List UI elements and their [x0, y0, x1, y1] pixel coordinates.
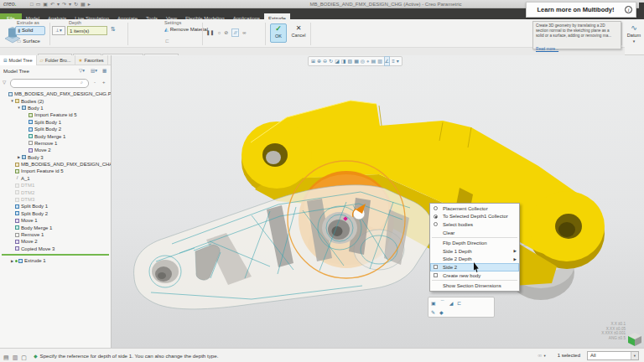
thicken-toggle-icon[interactable]: ⊏: [457, 300, 461, 306]
tree-item-split-body-2[interactable]: Split Body 2: [0, 126, 111, 132]
filter-icon[interactable]: ▽: [3, 80, 6, 85]
tree-item-bodies-2-[interactable]: ▼Bodies (2): [0, 97, 111, 104]
tree-item-dtm3[interactable]: DTM3: [0, 196, 111, 203]
multibody-banner[interactable]: Learn more on Multibody! i: [526, 2, 636, 18]
orientation-cube-icon[interactable]: [627, 332, 642, 347]
tree-item-extrude-1[interactable]: ▶Extrude 1: [0, 257, 111, 264]
datum-display-icon[interactable]: ∠: [384, 56, 390, 66]
save-icon[interactable]: ▣: [43, 1, 48, 8]
more-display-icon[interactable]: ▾: [397, 57, 399, 65]
panel-collapse-button[interactable]: [639, 3, 644, 17]
tree-filter-icon[interactable]: ▽▾: [79, 68, 85, 73]
tree-item-remove-1[interactable]: Remove 1: [0, 140, 111, 147]
tree-columns-icon[interactable]: ▤▾: [91, 68, 97, 73]
info-icon[interactable]: i: [625, 6, 632, 13]
tree-item-mb-bodies-and-fmx-design-chg-prt[interactable]: MB_BODIES_AND_FMX_DESIGN_CHG.PRT: [0, 90, 111, 97]
read-more-link[interactable]: Read more...: [536, 47, 558, 51]
new-file-icon[interactable]: □: [30, 1, 34, 8]
depth-type-dropdown[interactable]: ⊥▾: [52, 26, 65, 35]
view-manager-icon[interactable]: ▥: [377, 57, 382, 65]
tree-item-split-body-1[interactable]: Split Body 1: [0, 203, 111, 209]
wireframe-icon[interactable]: ▧: [347, 57, 352, 65]
flip-depth-icon[interactable]: ⇅: [111, 26, 116, 33]
surface-button[interactable]: ▭Surface: [15, 37, 47, 45]
menu-item-side-1-depth[interactable]: Side 1 Depth▶: [430, 247, 519, 256]
browser-toggle-icon[interactable]: ▥: [13, 354, 18, 360]
attached-preview-icon[interactable]: //: [231, 28, 239, 37]
annotation-display-icon[interactable]: ≡: [392, 57, 395, 65]
tree-item-body-1[interactable]: ▼Body 1: [0, 105, 111, 111]
cancel-button[interactable]: ✕ Cancel: [289, 23, 308, 43]
undo-icon[interactable]: ↶: [50, 1, 55, 8]
thicken-sketch-toggle[interactable]: ⊏: [165, 38, 169, 44]
tree-item-split-body-2[interactable]: Split Body 2: [0, 210, 111, 217]
saved-views-icon[interactable]: ▤: [371, 57, 376, 65]
navigator-tab-favorites[interactable]: ★Favorites: [75, 55, 108, 65]
tree-item-a-1[interactable]: /A_1: [0, 175, 111, 182]
spin-center-icon[interactable]: ◎: [361, 57, 365, 65]
expand-arrow-icon[interactable]: ▶: [9, 259, 15, 263]
surface-toggle-icon[interactable]: ⌒: [440, 299, 445, 307]
regenerate-icon[interactable]: ↻: [74, 1, 78, 8]
graphics-area[interactable]: ⊞⊕⊖↻◪◨▧▦◎⌖▤▥∠≡▾ Placement CollectorTo Se…: [112, 55, 644, 348]
tree-item-body-merge-1[interactable]: Body Merge 1: [0, 224, 111, 230]
undo-caret-icon[interactable]: ▾: [57, 1, 60, 8]
tree-item-mb-bodies-and-fmx-design-change[interactable]: MB_BODIES_AND_FMX_DESIGN_CHANGE: [0, 161, 111, 168]
collapse-all-icon[interactable]: -: [94, 80, 96, 85]
reorient-icon[interactable]: ⌖: [366, 57, 369, 65]
tree-settings-icon[interactable]: ▦: [102, 68, 106, 73]
menu-item-placement-collector[interactable]: Placement Collector: [430, 204, 519, 213]
pause-icon[interactable]: ❚❚: [206, 30, 215, 35]
hidden-line-icon[interactable]: ◨: [341, 57, 346, 65]
selection-filter-combo[interactable]: All ▾: [587, 351, 639, 360]
expand-arrow-icon[interactable]: ▼: [16, 106, 22, 110]
menu-item-to-selected-depth1-collector[interactable]: To Selected Depth1 Collector: [430, 213, 519, 221]
chevron-down-icon[interactable]: ▾: [631, 352, 638, 359]
expand-all-icon[interactable]: +: [102, 80, 106, 85]
menu-item-select-bodies[interactable]: Select bodies: [430, 220, 519, 229]
zoom-in-icon[interactable]: ⊕: [317, 57, 321, 65]
tree-item-dtm2[interactable]: DTM2: [0, 189, 111, 195]
tree-item-split-body-1[interactable]: Split Body 1: [0, 119, 111, 126]
redo-caret-icon[interactable]: ▾: [69, 1, 71, 8]
3d-scene[interactable]: [112, 55, 644, 348]
expand-arrow-icon[interactable]: ▶: [16, 155, 22, 159]
menu-item-clear[interactable]: Clear: [430, 229, 519, 237]
tree-item-move-1[interactable]: Move 1: [0, 217, 111, 224]
insertion-indicator[interactable]: [2, 254, 109, 256]
tree-item-body-merge-1[interactable]: Body Merge 1: [0, 132, 111, 139]
navigator-toggle-icon[interactable]: ▤: [3, 354, 9, 360]
ok-button[interactable]: ✓ OK: [270, 23, 287, 43]
menu-item-show-section-dimensions[interactable]: Show Section Dimensions: [430, 282, 519, 290]
navigator-tab-model-tree[interactable]: ⊟Model Tree: [0, 55, 37, 65]
tree-item-copied-move-3[interactable]: Copied Move 3: [0, 246, 111, 252]
more-commands-icon[interactable]: ▸: [88, 1, 91, 8]
solid-button[interactable]: ▮Solid: [15, 26, 45, 35]
redo-icon[interactable]: ↷: [62, 1, 66, 8]
search-input[interactable]: [10, 79, 89, 88]
display-style-icon[interactable]: ▦: [354, 57, 359, 65]
tree-item-body-3[interactable]: ▶Body 3: [0, 154, 111, 161]
verify-feature-icon[interactable]: ∞: [242, 30, 246, 35]
search-icon[interactable]: ⌕: [80, 80, 83, 85]
tree-item-move-2[interactable]: Move 2: [0, 238, 111, 245]
menu-item-flip-depth-direction[interactable]: Flip Depth Direction: [430, 239, 519, 247]
datum-group-button[interactable]: ∿ Datum ▾: [624, 23, 644, 44]
expand-arrow-icon[interactable]: ▼: [9, 99, 15, 103]
menu-item-create-new-body[interactable]: Create new body: [430, 272, 519, 280]
repaint-icon[interactable]: ↻: [329, 57, 333, 65]
tree-item-import-feature-id-5[interactable]: Import Feature id 5: [0, 111, 111, 118]
ghost-body[interactable]: [134, 185, 433, 309]
edit-sketch-icon[interactable]: ✎: [431, 309, 435, 315]
unattached-preview-icon[interactable]: ⊘: [224, 30, 228, 35]
remove-material-toggle-icon[interactable]: ◢: [449, 300, 454, 306]
solid-toggle-icon[interactable]: ▣: [431, 300, 436, 306]
windows-icon[interactable]: ▦: [80, 1, 86, 8]
body-select-icon[interactable]: ◆: [439, 309, 444, 315]
navigator-tab-folder-bro-[interactable]: ▱Folder Bro...: [37, 55, 75, 65]
tree-item-import-feature-id-5[interactable]: Import Feature id 5: [0, 168, 111, 174]
tree-item-dtm1[interactable]: DTM1: [0, 182, 111, 189]
no-preview-icon[interactable]: ○: [218, 30, 221, 35]
menu-item-side-2-depth[interactable]: Side 2 Depth▶: [430, 256, 519, 264]
fullscreen-toggle-icon[interactable]: ▢: [21, 354, 27, 360]
